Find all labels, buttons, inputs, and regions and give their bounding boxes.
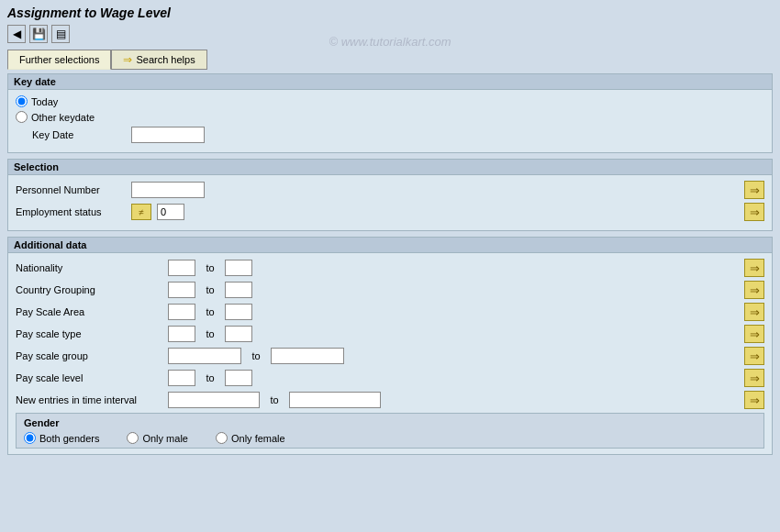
today-radio[interactable] bbox=[16, 95, 28, 107]
pay-scale-type-label: Pay scale type bbox=[16, 328, 162, 339]
gender-male: Only male bbox=[127, 432, 188, 444]
key-date-row: Key Date bbox=[16, 127, 764, 143]
gender-male-label: Only male bbox=[142, 433, 188, 444]
pay-scale-level-label: Pay scale level bbox=[16, 372, 162, 383]
pay-scale-type-from-input[interactable] bbox=[168, 326, 195, 342]
personnel-number-arrow-btn[interactable] bbox=[744, 181, 764, 199]
new-entries-from-input[interactable] bbox=[168, 392, 260, 408]
gender-both-label: Both genders bbox=[39, 433, 99, 444]
toolbar: ◀ 💾 ▤ bbox=[0, 22, 780, 46]
country-grouping-from-input[interactable] bbox=[168, 282, 195, 298]
other-keydate-row: Other keydate bbox=[16, 111, 764, 123]
pay-scale-area-label: Pay Scale Area bbox=[16, 306, 162, 317]
country-grouping-to-input[interactable] bbox=[225, 282, 252, 298]
employment-status-input[interactable] bbox=[157, 204, 184, 220]
personnel-number-label: Personnel Number bbox=[16, 184, 126, 195]
gender-options-row: Both genders Only male Only female bbox=[24, 432, 756, 444]
country-grouping-row: Country Grouping to bbox=[16, 281, 764, 299]
tab-bar: Further selections ⇒ Search helps bbox=[0, 46, 780, 70]
employment-status-arrow-btn[interactable] bbox=[744, 203, 764, 221]
nationality-row: Nationality to bbox=[16, 259, 764, 277]
key-date-input[interactable] bbox=[131, 127, 205, 143]
back-icon[interactable]: ◀ bbox=[7, 25, 26, 43]
pay-scale-group-to-label: to bbox=[247, 350, 265, 361]
selection-body: Personnel Number Employment status ≠ bbox=[8, 175, 772, 230]
pay-scale-area-arrow-btn[interactable] bbox=[744, 303, 764, 321]
other-keydate-radio[interactable] bbox=[16, 111, 28, 123]
employment-status-label: Employment status bbox=[16, 206, 126, 217]
pay-scale-level-to-input[interactable] bbox=[225, 370, 252, 386]
tab-further-selections[interactable]: Further selections bbox=[7, 50, 111, 70]
personnel-number-row: Personnel Number bbox=[16, 181, 764, 199]
country-grouping-to-label: to bbox=[201, 284, 219, 295]
nationality-arrow-btn[interactable] bbox=[744, 259, 764, 277]
save-icon[interactable]: 💾 bbox=[29, 25, 48, 43]
main-content: Key date Today Other keydate Key Date Se… bbox=[0, 70, 780, 464]
pay-scale-type-row: Pay scale type to bbox=[16, 325, 764, 343]
key-date-section: Key date Today Other keydate Key Date bbox=[7, 73, 773, 153]
new-entries-label: New entries in time interval bbox=[16, 394, 162, 405]
gender-female: Only female bbox=[216, 432, 285, 444]
pay-scale-area-row: Pay Scale Area to bbox=[16, 303, 764, 321]
additional-data-body: Nationality to Country Grouping to Pay S… bbox=[8, 253, 772, 454]
new-entries-to-label: to bbox=[265, 394, 284, 405]
pay-scale-level-to-label: to bbox=[201, 372, 219, 383]
gender-male-radio[interactable] bbox=[127, 432, 139, 444]
tab-search-helps[interactable]: ⇒ Search helps bbox=[111, 50, 206, 70]
tab-further-selections-label: Further selections bbox=[19, 54, 99, 65]
personnel-number-input[interactable] bbox=[131, 182, 205, 198]
new-entries-to-input[interactable] bbox=[289, 392, 381, 408]
today-row: Today bbox=[16, 95, 764, 107]
gender-both-radio[interactable] bbox=[24, 432, 36, 444]
nationality-to-label: to bbox=[201, 262, 219, 273]
key-date-label: Key Date bbox=[16, 129, 126, 140]
new-entries-row: New entries in time interval to bbox=[16, 391, 764, 409]
pay-scale-group-label: Pay scale group bbox=[16, 350, 162, 361]
tab-search-helps-label: Search helps bbox=[136, 54, 195, 65]
country-grouping-arrow-btn[interactable] bbox=[744, 281, 764, 299]
pay-scale-group-arrow-btn[interactable] bbox=[744, 347, 764, 365]
gender-both: Both genders bbox=[24, 432, 99, 444]
today-label: Today bbox=[31, 96, 58, 107]
pay-scale-group-row: Pay scale group to bbox=[16, 347, 764, 365]
country-grouping-label: Country Grouping bbox=[16, 284, 162, 295]
pay-scale-level-row: Pay scale level to bbox=[16, 369, 764, 387]
key-date-header: Key date bbox=[8, 74, 772, 90]
new-entries-arrow-btn[interactable] bbox=[744, 391, 764, 409]
pay-scale-type-to-input[interactable] bbox=[225, 326, 252, 342]
pay-scale-area-to-label: to bbox=[201, 306, 219, 317]
employment-status-row: Employment status ≠ bbox=[16, 203, 764, 221]
additional-data-header: Additional data bbox=[8, 238, 772, 253]
gender-header: Gender bbox=[24, 417, 756, 428]
pay-scale-group-to-input[interactable] bbox=[271, 348, 344, 364]
settings-icon[interactable]: ▤ bbox=[51, 25, 70, 43]
pay-scale-level-arrow-btn[interactable] bbox=[744, 369, 764, 387]
additional-data-section: Additional data Nationality to Country G… bbox=[7, 237, 773, 455]
tab-arrow-icon: ⇒ bbox=[123, 53, 132, 66]
employment-status-icon[interactable]: ≠ bbox=[131, 204, 151, 220]
pay-scale-area-from-input[interactable] bbox=[168, 304, 195, 320]
gender-female-radio[interactable] bbox=[216, 432, 228, 444]
nationality-from-input[interactable] bbox=[168, 260, 195, 276]
pay-scale-group-from-input[interactable] bbox=[168, 348, 241, 364]
pay-scale-type-to-label: to bbox=[201, 328, 219, 339]
other-keydate-label: Other keydate bbox=[31, 112, 95, 123]
gender-female-label: Only female bbox=[231, 433, 285, 444]
gender-section: Gender Both genders Only male Only femal… bbox=[16, 413, 764, 449]
nationality-label: Nationality bbox=[16, 262, 162, 273]
selection-header: Selection bbox=[8, 160, 772, 175]
pay-scale-area-to-input[interactable] bbox=[225, 304, 252, 320]
key-date-body: Today Other keydate Key Date bbox=[8, 90, 772, 152]
selection-section: Selection Personnel Number Employment st… bbox=[7, 159, 773, 231]
nationality-to-input[interactable] bbox=[225, 260, 252, 276]
pay-scale-type-arrow-btn[interactable] bbox=[744, 325, 764, 343]
page-title: Assignment to Wage Level bbox=[0, 0, 780, 22]
pay-scale-level-from-input[interactable] bbox=[168, 370, 195, 386]
